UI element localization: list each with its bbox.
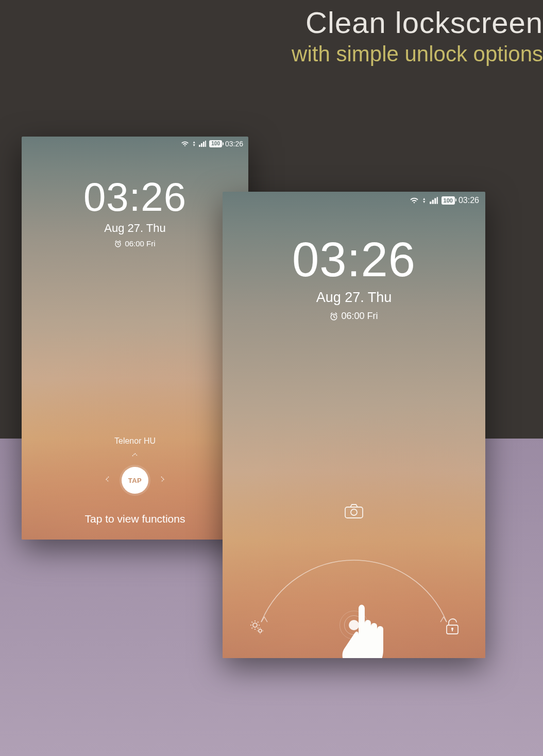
unlock-icon[interactable] — [445, 618, 460, 635]
lockscreen-time: 03:26 — [223, 232, 485, 288]
svg-point-4 — [253, 623, 257, 627]
alarm-time: 06:00 Fri — [341, 311, 378, 322]
clock-block: 03:26 Aug 27. Thu 06:00 Fri — [22, 174, 248, 249]
tap-control[interactable]: TAP — [107, 452, 163, 509]
chevron-right-icon — [159, 475, 165, 485]
data-arrows-icon: ▲▼ — [422, 197, 426, 204]
battery-icon: 100 — [209, 140, 222, 147]
heading-subtitle: with simple unlock options — [292, 42, 543, 66]
status-time: 03:26 — [225, 140, 243, 148]
signal-icon — [199, 141, 206, 147]
lockscreen-variant-tap: ▲▼ 100 03:26 03:26 Aug 27. Thu 06:00 Fri… — [22, 137, 248, 540]
chevron-up-icon — [131, 451, 139, 460]
chevron-left-icon — [105, 475, 111, 485]
clock-block: 03:26 Aug 27. Thu 06:00 Fri — [223, 232, 485, 323]
lockscreen-variant-arc: ▲▼ 100 03:26 03:26 Aug 27. Thu 06:00 Fri — [223, 192, 485, 658]
status-bar: ▲▼ 100 03:26 — [181, 140, 243, 148]
hand-pointer-icon — [337, 593, 414, 658]
carrier-label: Telenor HU — [22, 436, 248, 446]
lockscreen-time: 03:26 — [22, 174, 248, 221]
lockscreen-alarm: 06:00 Fri — [330, 311, 378, 322]
lockscreen-date: Aug 27. Thu — [223, 290, 485, 306]
lockscreen-alarm: 06:00 Fri — [114, 239, 155, 248]
camera-icon[interactable] — [344, 503, 364, 519]
wifi-icon — [181, 141, 189, 147]
alarm-icon — [330, 312, 338, 321]
heading-title: Clean lockscreen — [292, 5, 543, 40]
alarm-time: 06:00 Fri — [125, 239, 155, 248]
svg-point-3 — [351, 509, 357, 515]
arc-unlock-area — [223, 503, 485, 658]
page-heading: Clean lockscreen with simple unlock opti… — [292, 5, 543, 66]
wifi-icon — [410, 197, 419, 204]
alarm-icon — [114, 240, 122, 247]
tap-hint: Tap to view functions — [22, 513, 248, 525]
data-arrows-icon: ▲▼ — [192, 141, 196, 147]
lockscreen-date: Aug 27. Thu — [22, 222, 248, 235]
settings-icon[interactable] — [248, 619, 265, 635]
svg-rect-8 — [452, 629, 453, 631]
battery-icon: 100 — [442, 196, 455, 205]
status-time: 03:26 — [459, 196, 479, 205]
svg-point-5 — [259, 629, 262, 632]
tap-unlock-area: Telenor HU TAP Tap to view functions — [22, 436, 248, 525]
signal-icon — [430, 197, 438, 204]
status-bar: ▲▼ 100 03:26 — [410, 196, 479, 205]
tap-button[interactable]: TAP — [122, 467, 148, 494]
